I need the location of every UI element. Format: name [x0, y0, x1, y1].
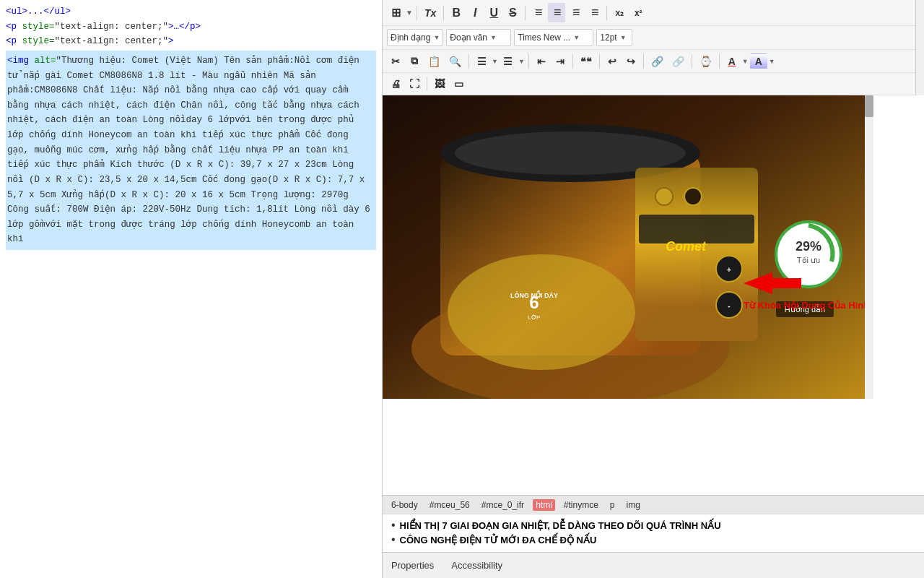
svg-text:Từ Khóa Nội Dung Của Hình Ảnh: Từ Khóa Nội Dung Của Hình Ảnh — [744, 298, 873, 311]
main-area: <ul>...</ul> <p style="text-align: cente… — [0, 0, 924, 578]
align-justify-btn[interactable]: ≡ — [585, 3, 603, 22]
sep-r3-7 — [719, 54, 720, 69]
fc-arrow: ▼ — [742, 58, 749, 65]
indent-right-btn[interactable]: ⇥ — [552, 53, 569, 69]
status-6body: 6-body — [388, 499, 421, 511]
svg-text:LỚP: LỚP — [528, 314, 541, 321]
blockquote-btn[interactable]: ❝❝ — [577, 53, 596, 69]
status-p: p — [607, 499, 618, 511]
separator3 — [525, 6, 526, 20]
font-dropdown[interactable]: Times New ... ▼ — [514, 29, 593, 46]
paragraph-label: Đoạn văn — [450, 33, 487, 43]
feature-text-1: HIỂN THỊ 7 GIAI ĐOẠN GIA NHIỆT, DỄ DÀNG … — [400, 520, 721, 531]
unordered-list-btn[interactable]: ☰ — [473, 53, 490, 69]
svg-rect-26 — [865, 95, 873, 399]
sep-r3-1 — [468, 54, 469, 69]
superscript-btn[interactable]: x² — [629, 6, 647, 20]
table-dropdown-arrow: ▼ — [406, 9, 413, 17]
paragraph-dropdown[interactable]: Đoạn văn ▼ — [446, 29, 511, 46]
toolbar-row1: ⊞ ▼ Tx B I U S ≡ ≡ ≡ ≡ x₂ x² — [383, 0, 924, 26]
separator2 — [443, 6, 444, 20]
feature-text-2: CÔNG NGHỆ ĐIỆN TỬ MỚI ĐA CHẾ ĐỘ NẤU — [400, 535, 597, 545]
size-dropdown[interactable]: 12pt ▼ — [596, 29, 632, 46]
format-clear-btn[interactable]: Tx — [421, 5, 440, 21]
strikethrough-btn[interactable]: S — [504, 4, 521, 22]
status-html: html — [533, 499, 555, 511]
status-bar: 6-body #mceu_56 #mce_0_ifr html #tinymce… — [383, 495, 924, 514]
svg-text:6: 6 — [529, 293, 539, 312]
format-dropdown-arrow: ▼ — [433, 34, 440, 41]
toolbar-row4: 🖨 ⛶ 🖼 ▭ — [383, 73, 924, 95]
product-image: + - Comet LÒNG NỒI DÀY 6 LỚP DỄ DÀNG THE… — [383, 95, 873, 399]
bullet-1: • — [391, 519, 396, 532]
status-mceu56: #mceu_56 — [427, 499, 473, 511]
sep-r3-3 — [572, 54, 573, 69]
size-label: 12pt — [600, 33, 616, 43]
font-dropdown-arrow: ▼ — [573, 34, 580, 41]
unlink-btn[interactable]: 🔗 — [668, 53, 688, 69]
tab-properties[interactable]: Properties — [388, 558, 437, 572]
status-img: img — [624, 499, 643, 511]
separator1 — [417, 6, 417, 20]
cut-btn[interactable]: ✂ — [387, 53, 404, 69]
fullscreen-btn[interactable]: ⛶ — [406, 76, 423, 92]
paragraph-dropdown-arrow: ▼ — [490, 34, 497, 41]
size-dropdown-arrow: ▼ — [620, 34, 627, 41]
image-btn[interactable]: 🖼 — [431, 76, 448, 92]
html-line-3: <p style="text-align: center;"> — [6, 34, 376, 49]
source-content: <ul>...</ul> <p style="text-align: cente… — [6, 4, 376, 250]
underline-btn[interactable]: U — [485, 4, 502, 22]
bold-btn[interactable]: B — [448, 4, 465, 22]
align-left-btn[interactable]: ≡ — [529, 3, 546, 22]
format-dropdown[interactable]: Định dạng ▼ — [387, 29, 443, 46]
svg-text:-: - — [728, 302, 730, 310]
ordered-list-btn[interactable]: ☰ — [500, 53, 517, 69]
sep-r3-6 — [692, 54, 692, 69]
svg-text:Comet: Comet — [666, 239, 707, 254]
svg-text:Tối ưu: Tối ưu — [797, 256, 820, 264]
indent-left-btn[interactable]: ⇤ — [533, 53, 550, 69]
html-line-4: <img alt="Thương hiệu: Comet (Việt Nam) … — [6, 51, 376, 250]
print-btn[interactable]: 🖨 — [387, 76, 404, 92]
ul-arrow: ▼ — [492, 58, 498, 65]
bottom-tabs: Properties Accessibility — [383, 552, 924, 578]
paste-btn[interactable]: 📋 — [424, 53, 444, 69]
status-ifr: #mce_0_ifr — [479, 499, 527, 511]
svg-point-14 — [448, 254, 635, 370]
anchor-btn[interactable]: ⌚ — [696, 53, 715, 69]
table-btn[interactable]: ⊞ — [387, 4, 404, 22]
italic-btn[interactable]: I — [466, 4, 484, 22]
bc-arrow: ▼ — [769, 58, 775, 65]
html-source-panel[interactable]: <ul>...</ul> <p style="text-align: cente… — [0, 0, 383, 578]
font-color-btn[interactable]: A — [723, 53, 741, 69]
feature-row-2: • CÔNG NGHỆ ĐIỆN TỬ MỚI ĐA CHẾ ĐỘ NẤU — [391, 533, 915, 546]
align-right-btn[interactable]: ≡ — [567, 3, 584, 22]
svg-point-7 — [684, 188, 702, 205]
redo-btn[interactable]: ↪ — [622, 53, 640, 69]
toolbar-row2: Định dạng ▼ Đoạn văn ▼ Times New ... ▼ 1… — [383, 26, 924, 50]
svg-text:+: + — [727, 266, 731, 274]
find-btn[interactable]: 🔍 — [445, 53, 465, 69]
copy-btn[interactable]: ⧉ — [406, 53, 423, 69]
subscript-btn[interactable]: x₂ — [611, 6, 628, 20]
tab-accessibility[interactable]: Accessibility — [448, 558, 505, 572]
bg-color-btn[interactable]: A — [750, 53, 767, 69]
align-center-btn[interactable]: ≡ — [548, 3, 565, 22]
editor-content-area[interactable]: + - Comet LÒNG NỒI DÀY 6 LỚP DỄ DÀNG THE… — [383, 95, 924, 495]
feature-row-1: • HIỂN THỊ 7 GIAI ĐOẠN GIA NHIỆT, DỄ DÀN… — [391, 519, 915, 532]
svg-point-6 — [655, 188, 673, 205]
svg-rect-27 — [865, 95, 873, 117]
sep-r3-4 — [599, 54, 600, 69]
svg-text:29%: 29% — [796, 239, 821, 254]
ol-arrow: ▼ — [518, 58, 525, 65]
html-line-1: <ul>...</ul> — [6, 4, 376, 20]
link-btn[interactable]: 🔗 — [648, 53, 667, 69]
editor-panel: ⊞ ▼ Tx B I U S ≡ ≡ ≡ ≡ x₂ x² Định dạng ▼ — [383, 0, 924, 578]
media-btn[interactable]: ▭ — [450, 76, 467, 92]
sep-r4-1 — [427, 77, 427, 91]
toolbar-row3: ✂ ⧉ 📋 🔍 ☰ ▼ ☰ ▼ ⇤ ⇥ ❝❝ ↩ ↪ 🔗 🔗 ⌚ A ▼ A — [383, 50, 924, 73]
sep-r3-5 — [643, 54, 644, 69]
undo-btn[interactable]: ↩ — [603, 53, 621, 69]
separator4 — [606, 6, 607, 20]
status-tinymce: #tinymce — [561, 499, 601, 511]
